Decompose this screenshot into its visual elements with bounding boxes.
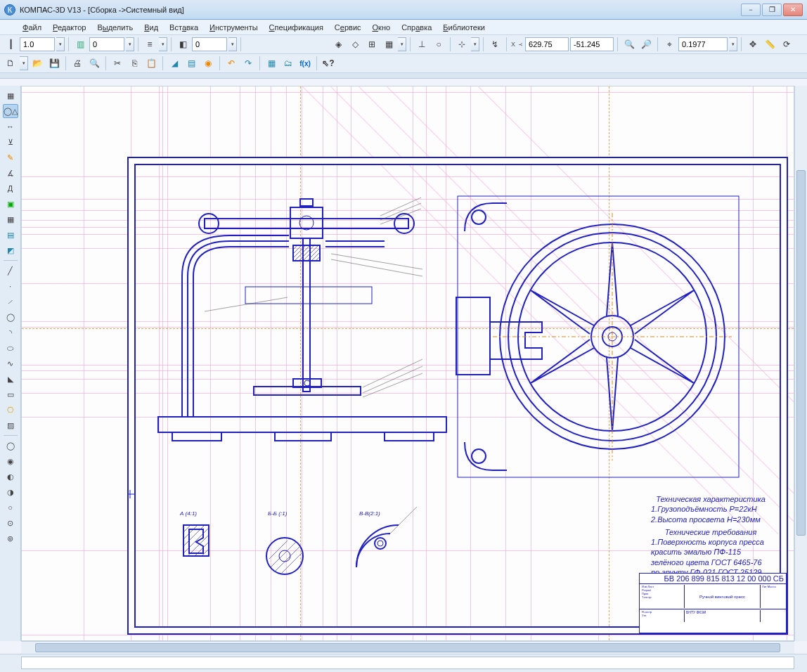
tool-point-icon[interactable]: · [3,279,18,293]
line-style-icon[interactable]: ┃ [3,37,18,52]
linetype-dropdown[interactable]: ▾ [159,37,167,51]
zoom-input[interactable] [678,37,728,51]
snap-dropdown[interactable]: ▾ [398,37,406,51]
menu-tools[interactable]: Инструменты [204,21,264,34]
menu-view[interactable]: Вид [138,21,164,34]
measure-icon[interactable]: 📏 [762,37,777,52]
tool-param-icon[interactable]: ∡ [3,166,18,180]
tool-dim-icon[interactable]: ↔ [3,119,18,134]
paste-icon[interactable]: 📋 [143,56,159,71]
new-icon[interactable]: 🗋 [3,56,18,71]
vertical-scrollbar[interactable] [794,86,807,641]
color-icon[interactable]: ◧ [175,37,191,52]
menu-file[interactable]: ФФайлайл [17,21,47,34]
tool-circle-icon[interactable]: ◯ [3,310,18,324]
tool-group1-icon[interactable]: ◯ [3,439,18,453]
layer-dropdown[interactable]: ▾ [126,37,134,51]
tool-symbol-icon[interactable]: ⊻ [3,135,18,149]
spec-icon[interactable]: ▦ [264,56,279,71]
fx-icon[interactable]: f(x) [297,56,313,71]
horizontal-scrollbar[interactable] [21,641,794,654]
variables-icon[interactable]: ◉ [200,56,216,71]
tool-edit-icon[interactable]: ✎ [3,150,18,164]
canvas[interactable]: А (4:1) Б-Б (:1) В-В(2:1) [21,86,794,641]
print-icon[interactable]: 🖨 [70,56,85,71]
snap-grid2-icon[interactable]: ▦ [381,37,396,52]
tool-arc-icon[interactable]: ◝ [3,325,18,340]
preview-icon[interactable]: 🔍 [86,56,102,71]
tool-group3-icon[interactable]: ◐ [3,470,18,484]
tool-group4-icon[interactable]: ◑ [3,485,18,499]
tool-ellipse-icon[interactable]: ⬭ [3,341,18,355]
save-icon[interactable]: 💾 [46,56,62,71]
tool-insert-icon[interactable]: ◩ [3,243,18,257]
x-coord-input[interactable] [525,37,569,51]
tool-chamfer-icon[interactable]: ◣ [3,372,18,386]
undo-icon[interactable]: ↶ [224,56,239,71]
tool-measure-icon[interactable]: Д [3,181,18,195]
prop-icon[interactable]: ◢ [167,56,182,71]
tool-report-icon[interactable]: ▤ [3,228,18,242]
zoom-in-icon[interactable]: 🔍 [621,37,637,52]
scale-dropdown[interactable]: ▾ [56,37,65,51]
tool-collect-icon[interactable]: ⎔ [3,403,18,417]
tree-icon[interactable]: 🗂 [280,56,296,71]
coord-icon[interactable]: ⊹ [454,37,470,52]
tool-line-icon[interactable]: ╱ [3,264,18,278]
zoom-dropdown[interactable]: ▾ [729,37,737,51]
round-icon[interactable]: ○ [431,37,446,52]
tool-rect-icon[interactable]: ▭ [3,387,18,401]
tool-spline-icon[interactable]: ∿ [3,356,18,370]
tool-hatch-icon[interactable]: ▨ [3,418,18,432]
menu-service[interactable]: Сервис [329,21,367,34]
help-icon[interactable]: ⇖? [321,56,336,71]
svg-rect-15 [385,432,434,441]
ortho-icon[interactable]: ⊥ [414,37,430,52]
command-line[interactable] [21,657,794,669]
layer-input[interactable] [89,37,124,51]
pan-icon[interactable]: ✥ [745,37,761,52]
close-button[interactable]: ✕ [783,4,803,16]
tool-group5-icon[interactable]: ○ [3,500,18,515]
redo-icon[interactable]: ↷ [240,56,256,71]
tool-geom-icon[interactable]: ◯△ [3,104,18,118]
tool-spec-icon[interactable]: ▦ [3,212,18,226]
layer2-dropdown[interactable]: ▾ [228,37,237,51]
new-dropdown[interactable]: ▾ [20,56,28,70]
menu-edit[interactable]: Редактор [47,21,91,34]
menu-help[interactable]: Справка [396,21,437,34]
snap-end-icon[interactable]: ◈ [330,37,346,52]
snap-mid-icon[interactable]: ◇ [347,37,363,52]
scale-input[interactable] [20,37,55,51]
zoom-window-icon[interactable]: ⌖ [661,37,677,52]
coord-dropdown[interactable]: ▾ [471,37,479,51]
menu-libs[interactable]: Библиотеки [437,21,491,34]
snap-grid-icon[interactable]: ⊞ [364,37,380,52]
tool-group2-icon[interactable]: ◉ [3,454,18,468]
manager-icon[interactable]: ▤ [183,56,199,71]
tool-group7-icon[interactable]: ⊚ [3,531,18,545]
ucs-icon[interactable]: ↯ [487,37,503,52]
tool-views-icon[interactable]: ▣ [3,197,18,211]
linetype-icon[interactable]: ≡ [142,37,157,52]
menu-select[interactable]: Выделить [91,21,138,34]
y-coord-input[interactable] [570,37,614,51]
zoom-out-icon[interactable]: 🔎 [638,37,654,52]
minimize-button[interactable]: － [741,4,761,16]
layer-icon[interactable]: ▥ [72,37,88,52]
tool-select-icon[interactable]: ▦ [3,89,18,103]
maximize-button[interactable]: ❐ [762,4,782,16]
copy-icon[interactable]: ⎘ [127,56,142,71]
horizontal-scroll-thumb[interactable] [35,643,780,652]
menu-window[interactable]: Окно [367,21,396,34]
toolbar-top-1: ┃ ▾ ▥ ▾ ≡ ▾ ◧ ▾ ◈ ◇ ⊞ ▦ ▾ ⊥ ○ ⊹ ▾ ↯ X Y … [0,35,807,54]
refresh-icon[interactable]: ⟳ [779,37,794,52]
vertical-scroll-thumb[interactable] [796,170,806,536]
open-icon[interactable]: 📂 [30,56,45,71]
menu-insert[interactable]: Вставка [164,21,204,34]
cut-icon[interactable]: ✂ [110,56,125,71]
layer2-input[interactable] [192,37,227,51]
tool-aux-icon[interactable]: ⟋ [3,295,18,309]
menu-spec[interactable]: Спецификация [264,21,329,34]
tool-group6-icon[interactable]: ⊙ [3,516,18,530]
